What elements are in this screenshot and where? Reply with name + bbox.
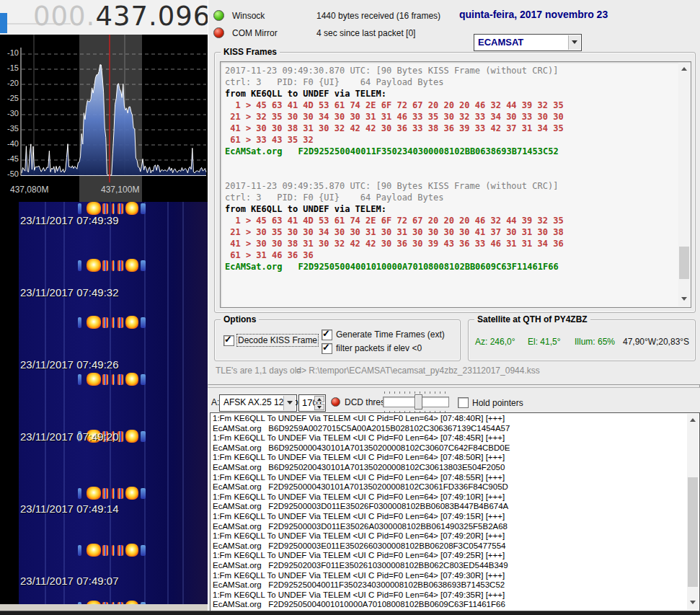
- waterfall-signal-burst: [78, 317, 150, 328]
- frame-header: 2017-11-23 09:49:30.870 UTC: [90 Bytes K…: [225, 65, 676, 76]
- waterfall-noise-streak: [63, 202, 65, 604]
- scroll-up-button[interactable]: [678, 63, 690, 74]
- signal-blob: [78, 545, 81, 556]
- signal-blob: [78, 317, 81, 328]
- kiss-window: Winsock 1440 bytes received (16 frames) …: [208, 0, 700, 385]
- illum-value: Illum: 65%: [575, 337, 615, 347]
- decode-kiss-checkbox[interactable]: ✓: [223, 335, 234, 346]
- kiss-frame: 2017-11-23 09:49:35.870 UTC: [90 Bytes K…: [225, 180, 676, 273]
- chevron-down-icon: [287, 401, 293, 404]
- spinner-up-button[interactable]: [314, 396, 324, 402]
- signal-blob: [112, 545, 115, 556]
- hold-pointers-label[interactable]: Hold pointers: [472, 398, 523, 408]
- slider-thumb[interactable]: [415, 394, 422, 410]
- signal-blob: [112, 374, 115, 385]
- generate-time-checkbox[interactable]: ✓: [322, 329, 332, 340]
- spectrum-db-label: -25: [1, 94, 19, 102]
- qth-coords: 47,90°W;20,83°S: [623, 337, 689, 347]
- waterfall-noise-streak: [182, 202, 184, 604]
- signal-blob: [112, 317, 115, 328]
- signal-blob: [78, 374, 81, 385]
- signal-blob: [141, 488, 146, 499]
- frame-hex-line: 41 > 30 30 38 31 30 32 42 42 30 36 30 39…: [225, 238, 676, 249]
- log-line: 1:Fm KE6QLL To UNDEF Via TELEM <UI C Pid…: [213, 512, 686, 522]
- signal-blob: [78, 203, 81, 214]
- spinner-down-button[interactable]: [314, 404, 324, 410]
- log-line: EcAMSat.org F2D92500003D011E35026F030000…: [213, 502, 686, 512]
- signal-blob: [112, 488, 115, 499]
- signal-blob: [118, 203, 123, 214]
- bytes-received-text: 1440 bytes received (16 frames): [316, 11, 440, 21]
- spectrum-panel[interactable]: -10-15-20-25-30-35-40-45-50 437,080M 437…: [0, 35, 208, 202]
- decoded-label: EcAMSat.org: [225, 262, 282, 272]
- satellite-combobox-value: ECAMSAT: [478, 37, 523, 48]
- spectrum-db-label: -45: [1, 154, 19, 163]
- scroll-down-button[interactable]: [687, 598, 699, 610]
- log-list: 1:Fm KE6QLL To UNDEF Via TELEM <UI C Pid…: [213, 414, 686, 610]
- frame-hex-line: 61 > 31 46 36 36: [225, 249, 676, 261]
- signal-blob: [87, 316, 101, 329]
- check-icon: ✓: [322, 342, 330, 353]
- mode-combobox[interactable]: AFSK AX.25 1200bd: [219, 394, 297, 412]
- signal-blob: [118, 488, 123, 499]
- log-line: EcAMSat.org F2D9250000430101A70135020000…: [213, 482, 686, 492]
- waterfall-signal-burst: [78, 260, 150, 271]
- log-line: 1:Fm KE6QLL To UNDEF Via TELEM <UI C Pid…: [213, 453, 686, 463]
- last-packet-text: 4 sec since last packet [0]: [316, 28, 415, 38]
- frame-ctrl: ctrl: 3 PID: F0 {UI} 64 Payload Bytes: [225, 192, 676, 203]
- kiss-frames-group-label: KISS Frames: [221, 47, 280, 57]
- dcd-slider[interactable]: [383, 391, 449, 413]
- waterfall-timestamp: 23/11/2017 07:49:20: [20, 430, 119, 443]
- satellite-combobox[interactable]: ECAMSAT: [474, 34, 582, 51]
- log-scrollbar[interactable]: [687, 414, 699, 610]
- scrollbar-thumb[interactable]: [679, 247, 689, 279]
- mode-combobox-button[interactable]: [283, 396, 296, 410]
- log-line: EcAMSat.org F2D92500003D011E35026A030000…: [213, 522, 686, 532]
- log-line: 1:Fm KE6QLL To UNDEF Via TELEM <UI C Pid…: [213, 531, 686, 541]
- scroll-down-button[interactable]: [678, 295, 690, 306]
- decoded-hex: F2D92505004001010000A70108008102BB0609C6…: [298, 262, 558, 272]
- waterfall-left-margin: [0, 202, 19, 604]
- options-group-label: Options: [221, 314, 259, 324]
- log-line: EcAMSat.org B6D9259A0027015C5A00A2015B02…: [213, 424, 686, 434]
- log-area[interactable]: 1:Fm KE6QLL To UNDEF Via TELEM <UI C Pid…: [210, 412, 700, 611]
- frame-hex-line: 21 > 30 35 30 30 34 30 30 31 30 31 30 30…: [225, 226, 676, 238]
- signal-blob: [125, 373, 138, 386]
- kiss-frames-textarea[interactable]: 2017-11-23 09:49:30.870 UTC: [90 Bytes K…: [220, 61, 691, 308]
- log-line: EcAMSat.org F2D92505004001010000A7010800…: [213, 600, 686, 610]
- signal-blob: [125, 259, 138, 272]
- waterfall-noise-streak: [167, 202, 169, 604]
- center-freq-spinner[interactable]: 1701: [298, 394, 326, 412]
- signal-blob: [141, 203, 146, 214]
- kiss-scrollbar[interactable]: [678, 63, 690, 306]
- app-root: 000.437.096.9 -10-15-20-25-30-35-40-45-5…: [0, 0, 700, 615]
- log-line: 1:Fm KE6QLL To UNDEF Via TELEM <UI C Pid…: [213, 414, 686, 424]
- el-value: El: 41,5°: [528, 337, 561, 347]
- frame-hex-line: 41 > 30 30 38 31 30 32 42 42 30 36 33 38…: [225, 123, 676, 134]
- hold-pointers-checkbox[interactable]: [458, 397, 469, 408]
- spectrum-db-label: -30: [1, 109, 19, 118]
- signal-blob: [102, 374, 108, 385]
- waterfall-timestamp: 23/11/2017 07:49:39: [20, 214, 119, 226]
- frequency-slider-thumb[interactable]: [0, 13, 7, 33]
- waterfall-timestamp: 23/11/2017 07:49:14: [20, 503, 119, 515]
- com-mirror-label: COM Mirror: [232, 28, 278, 38]
- signal-blob: [125, 487, 138, 500]
- generate-time-label[interactable]: Generate Time Frames (ext): [336, 329, 445, 340]
- frame-hex-line: 61 > 33 43 35 32: [225, 134, 676, 146]
- scroll-up-button[interactable]: [687, 414, 699, 425]
- waterfall-panel[interactable]: 23/11/2017 07:49:3923/11/2017 07:49:3223…: [0, 202, 208, 604]
- filter-packets-checkbox[interactable]: ✓: [322, 343, 332, 354]
- satellite-qth-group: Satellite at QTH of PY4ZBZ Az: 246,0° El…: [468, 319, 696, 361]
- satellite-combobox-button[interactable]: [568, 35, 580, 50]
- signal-blob: [125, 202, 138, 215]
- filter-packets-label[interactable]: filter packets if elev <0: [336, 343, 422, 353]
- signal-blob: [102, 488, 108, 499]
- triangle-up-icon: [317, 398, 322, 401]
- com-mirror-led: [213, 27, 224, 38]
- winsock-label: Winsock: [232, 11, 265, 21]
- log-line: 1:Fm KE6QLL To UNDEF Via TELEM <UI C Pid…: [213, 433, 686, 443]
- scrollbar-thumb[interactable]: [688, 477, 698, 587]
- log-line: 1:Fm KE6QLL To UNDEF Via TELEM <UI C Pid…: [213, 473, 686, 483]
- decode-kiss-label[interactable]: Decode KISS Frame: [238, 335, 317, 345]
